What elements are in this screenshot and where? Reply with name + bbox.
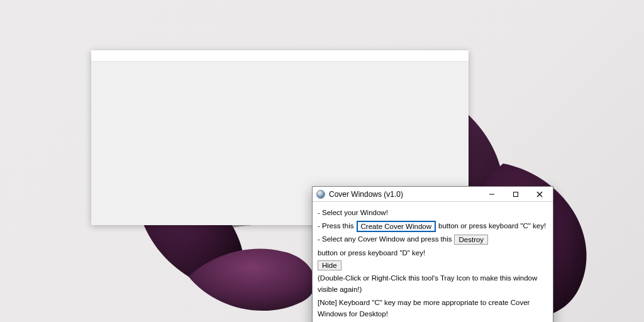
instruction-create-suffix: button or press keyboard "C" key! [438,221,546,232]
instruction-destroy-suffix: button or press keyboard "D" key! [318,248,425,259]
hide-hint: (Double-Click or Right-Click this tool's… [318,273,548,296]
create-cover-window-button[interactable]: Create Cover Window [357,221,436,232]
note-text: [Note] Keyboard "C" key may be more appr… [318,297,548,320]
window-controls [480,187,552,201]
hide-button[interactable]: Hide [318,260,341,270]
close-button[interactable] [528,187,552,201]
maximize-icon [513,191,519,197]
maximize-button[interactable] [504,187,528,201]
svg-rect-1 [514,192,518,196]
destroy-button[interactable]: Destroy [454,235,488,245]
titlebar[interactable]: Cover Windows (v1.0) [313,187,553,202]
minimize-button[interactable] [480,187,504,201]
window-title: Cover Windows (v1.0) [329,190,480,199]
instruction-select-window: - Select your Window! [318,208,388,219]
instruction-destroy-prefix: - Select any Cover Window and press this [318,234,452,245]
cover-window-titlebar[interactable] [91,50,469,62]
close-icon [536,191,543,197]
instruction-create-prefix: - Press this [318,221,354,232]
app-window: Cover Windows (v1.0) - Select your Windo… [312,186,553,322]
app-icon [316,190,325,199]
app-body: - Select your Window! - Press this Creat… [313,202,553,322]
minimize-icon [489,191,495,197]
